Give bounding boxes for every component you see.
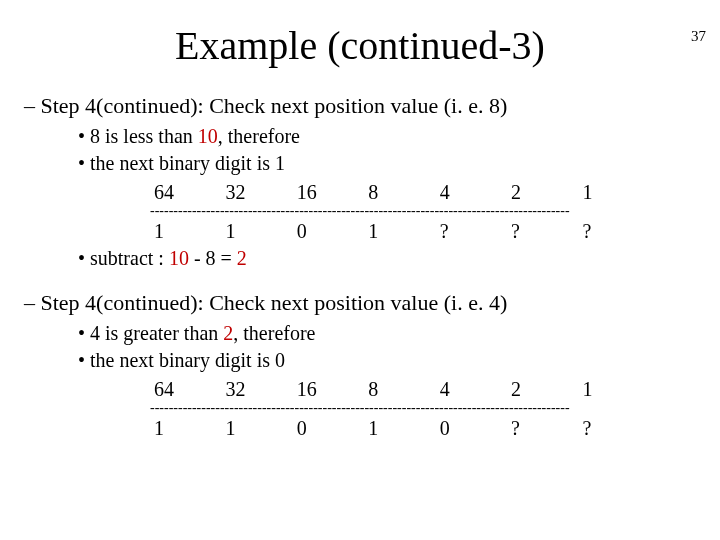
hdr-cell: 64 (150, 378, 221, 401)
slide: 37 Example (continued-3) Step 4(continue… (0, 22, 720, 540)
hdr-cell: 64 (150, 181, 221, 204)
subtract-line: subtract : 10 - 8 = 2 (96, 247, 720, 270)
step-heading: Step 4(continued): Check next position v… (44, 93, 720, 119)
val-cell: ? (579, 220, 650, 243)
hdr-cell: 4 (436, 181, 507, 204)
bullet-highlight: 2 (223, 322, 233, 344)
val-cell: ? (507, 417, 578, 440)
hdr-cell: 16 (293, 181, 364, 204)
subtract-a: 10 (169, 247, 189, 269)
val-cell: 0 (293, 220, 364, 243)
bullet: the next binary digit is 1 (96, 152, 720, 175)
hdr-cell: 32 (221, 378, 292, 401)
table-headers: 64 32 16 8 4 2 1 (150, 181, 650, 204)
subtract-text: - 8 = (189, 247, 237, 269)
subtract-b: 2 (237, 247, 247, 269)
step-heading: Step 4(continued): Check next position v… (44, 290, 720, 316)
bullet: 4 is greater than 2, therefore (96, 322, 720, 345)
hdr-cell: 2 (507, 181, 578, 204)
hdr-cell: 1 (579, 378, 650, 401)
val-cell: 1 (221, 220, 292, 243)
hdr-cell: 4 (436, 378, 507, 401)
table-values: 1 1 0 1 0 ? ? (150, 417, 650, 440)
rule: ----------------------------------------… (150, 403, 650, 413)
bullet-highlight: 10 (198, 125, 218, 147)
val-cell: 1 (221, 417, 292, 440)
table-headers: 64 32 16 8 4 2 1 (150, 378, 650, 401)
val-cell: 1 (150, 417, 221, 440)
val-cell: 0 (293, 417, 364, 440)
bullet-text: the next binary digit is 0 (90, 349, 285, 371)
subtract-text: subtract : (90, 247, 169, 269)
val-cell: 0 (436, 417, 507, 440)
val-cell: ? (579, 417, 650, 440)
val-cell: 1 (150, 220, 221, 243)
bullet: 8 is less than 10, therefore (96, 125, 720, 148)
bullet-text: , therefore (233, 322, 315, 344)
position-table: 64 32 16 8 4 2 1 -----------------------… (150, 181, 650, 243)
val-cell: 1 (364, 417, 435, 440)
hdr-cell: 8 (364, 181, 435, 204)
hdr-cell: 1 (579, 181, 650, 204)
slide-title: Example (continued-3) (0, 22, 720, 69)
bullet-text: 4 is greater than (90, 322, 223, 344)
position-table: 64 32 16 8 4 2 1 -----------------------… (150, 378, 650, 440)
bullet: the next binary digit is 0 (96, 349, 720, 372)
val-cell: ? (436, 220, 507, 243)
bullet-text: the next binary digit is 1 (90, 152, 285, 174)
bullet-text: 8 is less than (90, 125, 198, 147)
rule: ----------------------------------------… (150, 206, 650, 216)
hdr-cell: 32 (221, 181, 292, 204)
table-values: 1 1 0 1 ? ? ? (150, 220, 650, 243)
val-cell: ? (507, 220, 578, 243)
hdr-cell: 16 (293, 378, 364, 401)
val-cell: 1 (364, 220, 435, 243)
hdr-cell: 8 (364, 378, 435, 401)
bullet-text: , therefore (218, 125, 300, 147)
hdr-cell: 2 (507, 378, 578, 401)
page-number: 37 (691, 28, 706, 45)
